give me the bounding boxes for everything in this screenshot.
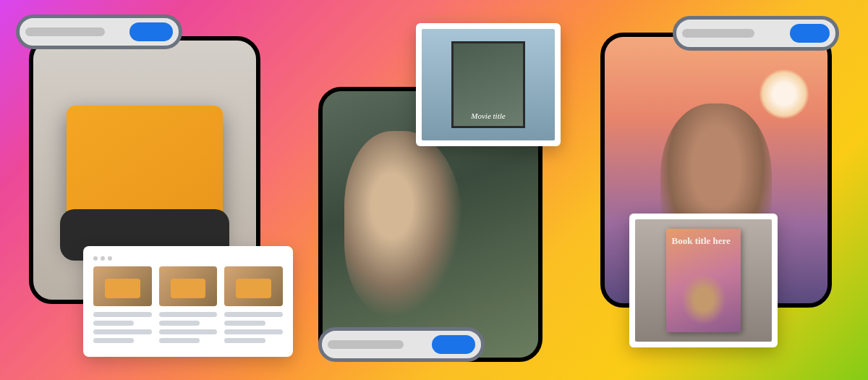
window-controls-icon	[93, 256, 283, 261]
result-item[interactable]	[159, 266, 218, 347]
search-pill-1	[16, 14, 182, 49]
street-scene-image: Movie title	[422, 29, 555, 140]
thumbnail-image	[224, 266, 283, 306]
search-input-placeholder[interactable]	[25, 28, 105, 36]
thumbnail-image	[93, 266, 152, 306]
thumbnail-image	[159, 266, 218, 306]
result-item[interactable]	[93, 266, 152, 347]
search-pill-2	[318, 327, 485, 362]
results-grid-panel	[83, 246, 293, 357]
book-mockup-card: Book title here	[629, 214, 778, 347]
generate-button[interactable]	[790, 24, 830, 43]
search-input-placeholder[interactable]	[682, 29, 754, 38]
bookstore-scene-image: Book title here	[635, 219, 772, 342]
search-input-placeholder[interactable]	[328, 340, 404, 349]
book-title-text: Book title here	[672, 236, 736, 246]
poster-title-text: Movie title	[471, 111, 505, 120]
book-cover-illustration	[681, 274, 726, 326]
generate-button[interactable]	[432, 335, 475, 354]
search-pill-3	[673, 16, 839, 51]
bus-shelter-poster: Movie title	[451, 41, 524, 128]
book-cover: Book title here	[666, 229, 741, 333]
poster-mockup-card: Movie title	[416, 23, 561, 146]
generate-button[interactable]	[129, 22, 173, 41]
result-item[interactable]	[224, 266, 283, 347]
